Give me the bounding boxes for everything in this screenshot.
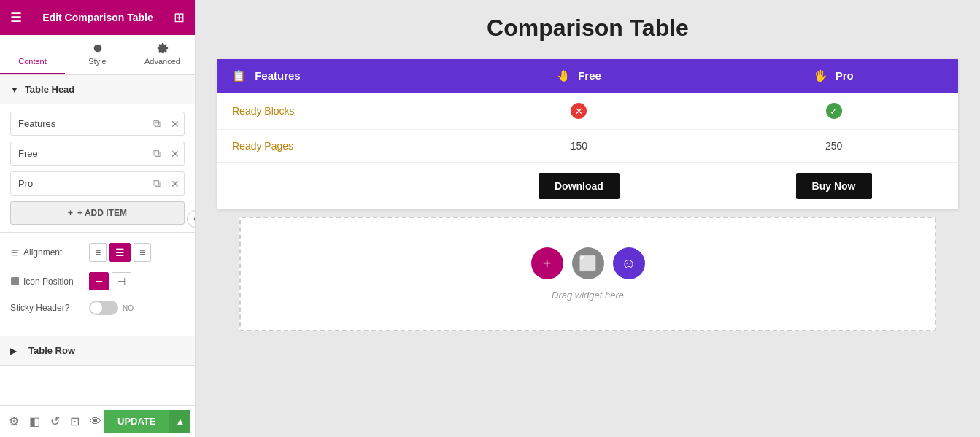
tab-content[interactable]: Content <box>0 35 65 74</box>
table-row-section-header[interactable]: ▶ Table Row <box>0 336 195 366</box>
pro-value-ready-blocks: ✓ <box>709 93 958 130</box>
check-icon: ✓ <box>826 103 842 119</box>
delete-btn-free[interactable]: ✕ <box>166 144 185 164</box>
right-area: Comparison Table 📋 Features 🤚 Free 🖐 Pro <box>196 0 980 437</box>
cross-icon: ✕ <box>571 103 587 119</box>
delete-btn-pro[interactable]: ✕ <box>166 174 185 194</box>
svg-rect-3 <box>12 255 19 255</box>
items-list: ⧉ ✕ ⧉ ✕ ⧉ ✕ + + ADD ITEM <box>0 104 195 232</box>
align-left-button[interactable]: ≡ <box>89 243 107 262</box>
table-head-label: Table Head <box>25 84 74 95</box>
item-row: ⧉ ✕ <box>10 112 185 136</box>
icon-position-buttons: ⊢ ⊣ <box>89 272 131 290</box>
panel-content: ▼ Table Head ⧉ ✕ ⧉ ✕ ⧉ ✕ + <box>0 75 195 405</box>
sticky-header-row: Sticky Header? NO <box>10 301 185 315</box>
align-center-button[interactable]: ☰ <box>109 243 131 262</box>
free-value-ready-pages: 150 <box>449 130 709 163</box>
preview-icon[interactable]: 👁 <box>87 412 104 431</box>
responsive-icon[interactable]: ⊡ <box>67 411 82 431</box>
duplicate-btn-features[interactable]: ⧉ <box>148 113 166 134</box>
feature-cell-ready-pages: Ready Pages <box>217 130 449 163</box>
panel-tabs: Content Style Advanced <box>0 35 195 75</box>
left-panel: ☰ Edit Comparison Table ⊞ Content Style … <box>0 0 196 437</box>
free-icon: 🤚 <box>557 69 571 82</box>
free-value-ready-blocks: ✕ <box>449 93 709 130</box>
svg-point-0 <box>93 45 101 53</box>
pro-value-ready-pages: 250 <box>709 130 958 163</box>
item-input-features[interactable] <box>11 112 148 135</box>
table-row: Ready Blocks ✕ ✓ <box>217 93 958 130</box>
sticky-header-label: Sticky Header? <box>10 303 83 313</box>
download-button[interactable]: Download <box>539 173 620 199</box>
action-empty-cell <box>217 163 449 210</box>
sticky-header-toggle-wrap: NO <box>89 301 134 315</box>
history-icon[interactable]: ↺ <box>47 411 63 431</box>
page-title: Comparison Table <box>217 15 958 42</box>
drag-widget-area: + ⬜ ☺ Drag widget here <box>239 217 936 331</box>
item-input-free[interactable] <box>11 142 148 165</box>
duplicate-btn-pro[interactable]: ⧉ <box>148 173 166 194</box>
add-item-button[interactable]: + + ADD ITEM <box>10 201 185 225</box>
icon-position-label: Icon Position <box>10 276 83 287</box>
duplicate-btn-free[interactable]: ⧉ <box>148 143 166 164</box>
align-right-button[interactable]: ≡ <box>134 243 151 262</box>
toggle-knob <box>90 302 102 314</box>
update-arrow-button[interactable]: ▲ <box>169 410 190 433</box>
update-button[interactable]: UPDATE <box>104 410 169 433</box>
alignment-row: Alignment ≡ ☰ ≡ <box>10 243 185 262</box>
panel-header: ☰ Edit Comparison Table ⊞ <box>0 0 195 35</box>
table-head-section-header[interactable]: ▼ Table Head <box>0 75 195 104</box>
section-arrow-icon: ▼ <box>10 85 19 95</box>
drag-label: Drag widget here <box>552 290 624 301</box>
item-input-pro[interactable] <box>11 172 148 195</box>
widget-circles: + ⬜ ☺ <box>531 247 645 279</box>
table-action-row: Download Buy Now <box>217 163 958 210</box>
icon-pos-left-button[interactable]: ⊢ <box>89 272 109 290</box>
sticky-header-toggle[interactable] <box>89 301 118 315</box>
toggle-label: NO <box>123 304 134 312</box>
table-header-row: 📋 Features 🤚 Free 🖐 Pro <box>217 59 958 93</box>
icon-pos-right-button[interactable]: ⊣ <box>112 272 131 290</box>
item-row: ⧉ ✕ <box>10 171 185 196</box>
col-free-header: 🤚 Free <box>449 59 709 93</box>
features-icon: 📋 <box>232 69 246 82</box>
alignment-buttons: ≡ ☰ ≡ <box>89 243 151 262</box>
tab-style[interactable]: Style <box>65 35 130 74</box>
col-features-header: 📋 Features <box>217 59 449 93</box>
svg-rect-1 <box>12 250 19 250</box>
update-btn-wrap: UPDATE ▲ <box>104 410 190 433</box>
settings-icon[interactable]: ⚙ <box>6 411 22 431</box>
col-pro-header: 🖐 Pro <box>709 59 958 93</box>
svg-rect-4 <box>11 277 19 285</box>
add-widget-button[interactable]: + <box>531 247 563 279</box>
icon-position-row: Icon Position ⊢ ⊣ <box>10 272 185 290</box>
buy-now-button[interactable]: Buy Now <box>796 173 872 199</box>
layers-icon[interactable]: ◧ <box>26 411 43 431</box>
emoji-widget-button[interactable]: ☺ <box>613 247 645 279</box>
table-row-label: Table Row <box>28 345 75 356</box>
feature-cell-ready-blocks: Ready Blocks <box>217 93 449 130</box>
bottom-bar: ⚙ ◧ ↺ ⊡ 👁 UPDATE ▲ <box>0 405 195 437</box>
panel-title: Edit Comparison Table <box>42 12 153 23</box>
settings-section: Alignment ≡ ☰ ≡ Icon Position ⊢ ⊣ <box>0 232 195 336</box>
action-free-cell: Download <box>449 163 709 210</box>
table-row: Ready Pages 150 250 <box>217 130 958 163</box>
menu-icon[interactable]: ☰ <box>10 9 22 26</box>
action-pro-cell: Buy Now <box>709 163 958 210</box>
canvas-area: Comparison Table 📋 Features 🤚 Free 🖐 Pro <box>196 0 980 437</box>
alignment-label: Alignment <box>10 247 83 258</box>
item-row: ⧉ ✕ <box>10 142 185 166</box>
pro-icon: 🖐 <box>814 69 827 82</box>
table-row-arrow-icon: ▶ <box>10 346 17 356</box>
bottom-icons: ⚙ ◧ ↺ ⊡ 👁 <box>6 411 104 431</box>
svg-rect-2 <box>12 252 18 252</box>
folder-widget-button[interactable]: ⬜ <box>572 247 604 279</box>
add-item-plus-icon: + <box>68 208 73 218</box>
comparison-table: 📋 Features 🤚 Free 🖐 Pro Ready B <box>217 59 958 209</box>
tab-advanced[interactable]: Advanced <box>130 35 195 74</box>
grid-icon[interactable]: ⊞ <box>174 9 185 26</box>
delete-btn-features[interactable]: ✕ <box>166 114 185 134</box>
